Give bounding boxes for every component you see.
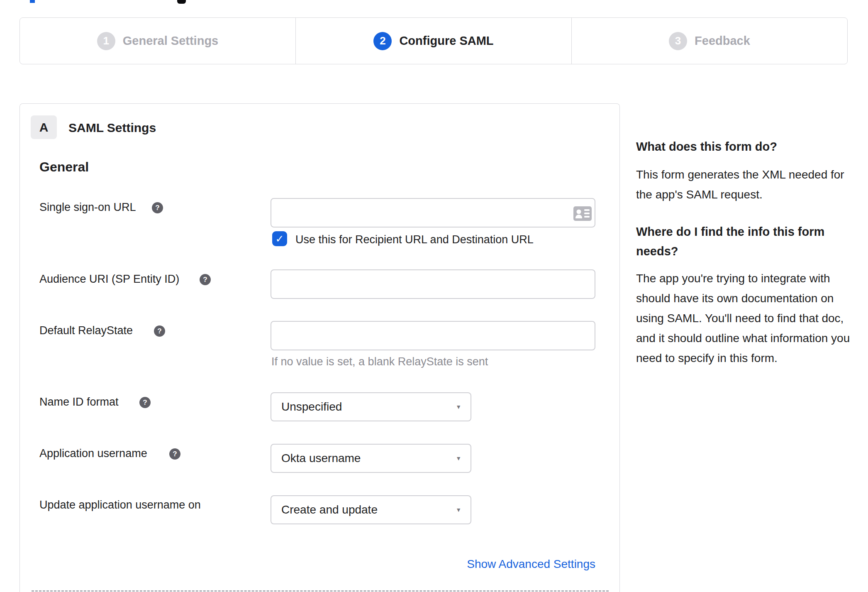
group-heading-general: General bbox=[39, 159, 89, 175]
sso-url-input[interactable] bbox=[271, 198, 595, 228]
chevron-down-icon: ▼ bbox=[456, 455, 461, 462]
help-icon[interactable]: ? bbox=[200, 274, 211, 285]
audience-uri-input[interactable] bbox=[271, 269, 595, 299]
help-sidebar: What does this form do? This form genera… bbox=[636, 137, 860, 386]
sso-url-label: Single sign-on URL bbox=[39, 201, 136, 214]
chevron-down-icon: ▼ bbox=[456, 404, 461, 410]
question-mark-glyph: ? bbox=[173, 450, 177, 458]
selected-value: Create and update bbox=[281, 503, 378, 516]
step-configure-saml[interactable]: 2 Configure SAML bbox=[296, 18, 572, 64]
clipped-icon-fragment bbox=[177, 0, 186, 4]
step-label: Feedback bbox=[695, 34, 750, 48]
show-advanced-settings-link[interactable]: Show Advanced Settings bbox=[271, 558, 595, 571]
sidebar-paragraph-where: The app you're trying to integrate with … bbox=[636, 269, 860, 368]
clipped-logo-fragment bbox=[30, 0, 35, 3]
sidebar-heading-what: What does this form do? bbox=[636, 137, 860, 157]
sidebar-paragraph-what: This form generates the XML needed for t… bbox=[636, 165, 860, 205]
question-mark-glyph: ? bbox=[203, 276, 207, 284]
saml-settings-panel: A SAML Settings General Single sign-on U… bbox=[20, 103, 620, 592]
update-username-label: Update application username on bbox=[39, 499, 201, 511]
help-icon[interactable]: ? bbox=[154, 325, 165, 337]
contact-card-icon bbox=[573, 206, 592, 223]
step-number-badge: 2 bbox=[373, 32, 392, 50]
step-number-badge: 3 bbox=[669, 32, 687, 50]
step-number-badge: 1 bbox=[97, 32, 115, 50]
default-relaystate-label: Default RelayState bbox=[39, 324, 133, 337]
step-label: Configure SAML bbox=[399, 34, 493, 48]
recipient-url-checkbox[interactable]: ✓ bbox=[272, 231, 287, 246]
section-title: SAML Settings bbox=[68, 121, 156, 135]
relaystate-helper-text: If no value is set, a blank RelayState i… bbox=[271, 355, 488, 368]
wizard-stepper: 1 General Settings 2 Configure SAML 3 Fe… bbox=[20, 17, 848, 64]
help-icon[interactable]: ? bbox=[139, 397, 151, 408]
checkmark-icon: ✓ bbox=[276, 233, 284, 245]
name-id-format-label: Name ID format bbox=[39, 396, 119, 409]
help-icon[interactable]: ? bbox=[169, 448, 180, 460]
selected-value: Unspecified bbox=[281, 400, 342, 413]
name-id-format-select[interactable]: Unspecified ▼ bbox=[271, 392, 471, 421]
application-username-label: Application username bbox=[39, 447, 147, 460]
selected-value: Okta username bbox=[281, 452, 361, 465]
recipient-url-checkbox-label: Use this for Recipient URL and Destinati… bbox=[295, 233, 534, 246]
page: { "stepper": { "steps": [ { "number": "1… bbox=[0, 0, 868, 592]
section-dashed-divider bbox=[32, 590, 609, 592]
question-mark-glyph: ? bbox=[157, 327, 161, 335]
update-username-select[interactable]: Create and update ▼ bbox=[271, 495, 471, 524]
application-username-select[interactable]: Okta username ▼ bbox=[271, 444, 471, 473]
question-mark-glyph: ? bbox=[155, 204, 159, 212]
step-label: General Settings bbox=[123, 34, 218, 48]
default-relaystate-input[interactable] bbox=[271, 321, 595, 350]
chevron-down-icon: ▼ bbox=[456, 506, 461, 513]
section-badge: A bbox=[31, 115, 57, 139]
step-general-settings[interactable]: 1 General Settings bbox=[20, 18, 296, 64]
audience-uri-label: Audience URI (SP Entity ID) bbox=[39, 273, 179, 286]
help-icon[interactable]: ? bbox=[152, 202, 163, 213]
question-mark-glyph: ? bbox=[143, 399, 147, 407]
sidebar-heading-where: Where do I find the info this form needs… bbox=[636, 222, 860, 261]
step-feedback[interactable]: 3 Feedback bbox=[572, 18, 847, 64]
